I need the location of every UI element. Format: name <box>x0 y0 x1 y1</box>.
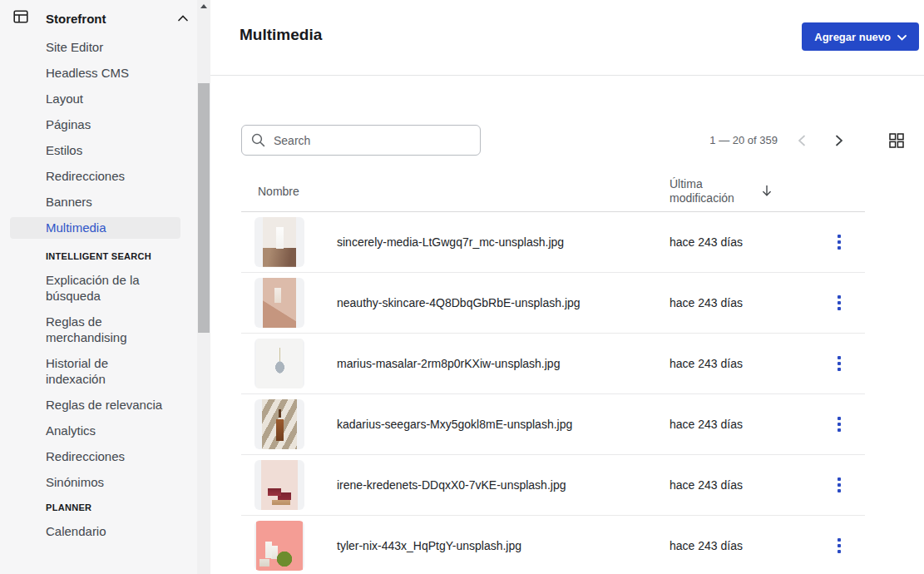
table-row[interactable]: kadarius-seegars-Mxy5gokl8mE-unsplash.jp… <box>241 394 865 455</box>
sidebar-item-reglas-relevancia[interactable]: Reglas de relevancia <box>0 397 179 413</box>
scrollbar-thumb[interactable] <box>198 83 210 333</box>
sort-descending-icon[interactable] <box>761 185 773 197</box>
sidebar-item-redirecciones[interactable]: Redirecciones <box>0 168 179 184</box>
thumbnail-image <box>263 217 296 267</box>
sidebar-item-banners[interactable]: Banners <box>0 194 179 210</box>
thumbnail-image <box>262 399 297 449</box>
media-filename: neauthy-skincare-4Q8DbqGbRbE-unsplash.jp… <box>337 296 670 309</box>
sidebar-item-explicacion-busqueda[interactable]: Explicación de la búsqueda <box>0 272 179 304</box>
toolbar: 1 — 20 of 359 <box>241 125 907 156</box>
sidebar-item-paginas[interactable]: Páginas <box>0 116 179 132</box>
page-title: Multimedia <box>240 26 322 44</box>
row-menu-button[interactable] <box>829 229 849 255</box>
thumbnail-image <box>261 460 298 510</box>
add-new-button-label: Agregar nuevo <box>814 31 891 43</box>
row-menu-button[interactable] <box>829 350 849 377</box>
media-filename: tyler-nix-443x_HqPtgY-unsplash.jpg <box>337 539 670 552</box>
sidebar-item-sinonimos[interactable]: Sinónimos <box>0 474 179 490</box>
media-modified: hace 243 días <box>670 235 828 249</box>
sidebar-item-historial-indexacion[interactable]: Historial de indexación <box>0 355 179 387</box>
media-filename: irene-kredenets-DDqxX0-7vKE-unsplash.jpg <box>337 478 670 492</box>
chevron-up-icon[interactable] <box>177 14 189 22</box>
column-header-nombre[interactable]: Nombre <box>258 185 299 198</box>
sidebar-item-site-editor[interactable]: Site Editor <box>0 39 179 55</box>
column-header-modificacion[interactable]: Última modificación <box>670 177 865 205</box>
sidebar-nav-intelligent-search: Explicación de la búsqueda Reglas de mer… <box>0 272 210 490</box>
row-menu-button[interactable] <box>829 411 849 438</box>
pagination-label: 1 — 20 of 359 <box>709 134 778 146</box>
sidebar-title: Storefront <box>46 12 106 26</box>
search-icon <box>251 133 265 147</box>
media-thumbnail <box>254 460 304 510</box>
add-new-button[interactable]: Agregar nuevo <box>802 22 919 51</box>
table-row[interactable]: tyler-nix-443x_HqPtgY-unsplash.jpg hace … <box>241 516 865 574</box>
sidebar-nav-planner: Calendario <box>0 523 210 539</box>
sidebar-scrollbar[interactable] <box>197 0 210 574</box>
search-box <box>241 125 481 156</box>
media-modified: hace 243 días <box>670 296 828 309</box>
page-header: Multimedia Agregar nuevo <box>210 0 924 76</box>
row-menu-button[interactable] <box>829 532 849 559</box>
search-input[interactable] <box>241 125 481 156</box>
pagination-prev-button[interactable] <box>792 131 812 151</box>
grid-view-toggle-button[interactable] <box>887 131 907 151</box>
media-modified: hace 243 días <box>670 539 828 552</box>
section-label-intelligent-search: INTELLIGENT SEARCH <box>46 251 210 261</box>
media-filename: sincerely-media-LtGwgq7r_mc-unsplash.jpg <box>337 235 670 249</box>
pagination-next-button[interactable] <box>829 131 849 151</box>
table-row[interactable]: neauthy-skincare-4Q8DbqGbRbE-unsplash.jp… <box>241 273 865 334</box>
sidebar-item-headless-cms[interactable]: Headless CMS <box>0 65 179 81</box>
media-filename: kadarius-seegars-Mxy5gokl8mE-unsplash.jp… <box>337 418 670 431</box>
sidebar-item-multimedia[interactable]: Multimedia <box>10 217 180 239</box>
thumbnail-image <box>256 521 303 571</box>
sidebar-item-estilos[interactable]: Estilos <box>0 142 179 158</box>
chevron-right-icon <box>834 135 844 146</box>
media-table: Nombre Última modificación sincerely-med… <box>241 171 865 574</box>
sidebar-item-analytics[interactable]: Analytics <box>0 423 179 438</box>
sidebar-item-layout[interactable]: Layout <box>0 91 179 106</box>
media-thumbnail <box>254 521 304 571</box>
table-row[interactable]: marius-masalar-2rm8p0rKXiw-unsplash.jpg … <box>241 334 865 394</box>
scrollbar-up-arrow-icon[interactable] <box>200 4 207 8</box>
row-menu-button[interactable] <box>829 472 849 498</box>
section-label-planner: PLANNER <box>46 502 210 512</box>
chevron-down-icon <box>897 31 907 43</box>
sidebar: Storefront Site Editor Headless CMS Layo… <box>0 0 210 574</box>
sidebar-header[interactable]: Storefront <box>0 0 210 28</box>
sidebar-nav: Site Editor Headless CMS Layout Páginas … <box>0 39 210 239</box>
sidebar-item-reglas-merchandising[interactable]: Reglas de merchandising <box>0 314 179 345</box>
thumbnail-image <box>263 278 296 328</box>
media-modified: hace 243 días <box>670 418 828 431</box>
media-filename: marius-masalar-2rm8p0rKXiw-unsplash.jpg <box>337 357 670 370</box>
row-menu-button[interactable] <box>829 289 849 316</box>
table-row[interactable]: sincerely-media-LtGwgq7r_mc-unsplash.jpg… <box>241 212 865 273</box>
sidebar-item-calendario[interactable]: Calendario <box>0 523 179 539</box>
chevron-left-icon <box>797 135 807 146</box>
grid-view-icon <box>889 133 904 148</box>
media-thumbnail <box>254 217 304 267</box>
table-header: Nombre Última modificación <box>241 171 865 212</box>
media-thumbnail <box>254 278 304 328</box>
media-thumbnail <box>254 339 304 388</box>
media-thumbnail <box>254 399 304 449</box>
sidebar-item-redirecciones-search[interactable]: Redirecciones <box>0 448 179 464</box>
media-modified: hace 243 días <box>670 357 828 370</box>
storefront-icon <box>13 9 28 27</box>
table-row[interactable]: irene-kredenets-DDqxX0-7vKE-unsplash.jpg… <box>241 455 865 516</box>
thumbnail-image <box>256 339 303 388</box>
media-modified: hace 243 días <box>670 478 828 492</box>
main-content: Multimedia Agregar nuevo 1 — 20 of 359 <box>210 0 924 574</box>
